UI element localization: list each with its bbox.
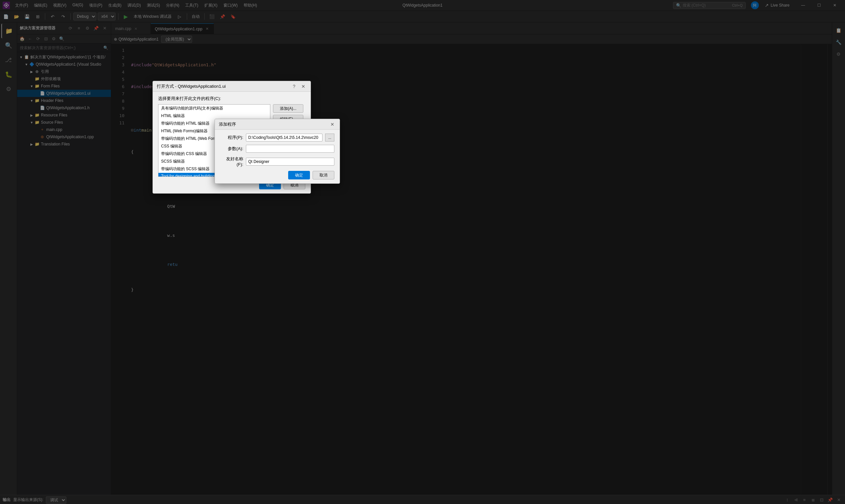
- open-with-dialog-header: 打开方式 - QtWidgetsApplication1.ui ? ✕: [153, 81, 311, 92]
- program-item-0[interactable]: 具有编码功能的源代码(文本)编辑器: [158, 105, 270, 112]
- browse-button[interactable]: ...: [325, 133, 334, 142]
- open-with-help-button[interactable]: ?: [291, 83, 297, 90]
- open-with-dialog-label: 选择要用来打开此文件的程序(C):: [158, 96, 305, 102]
- add-program-cancel-button[interactable]: 取消: [313, 171, 334, 179]
- program-path-row: 程序(P): ...: [220, 133, 334, 142]
- add-program-dialog-header: 添加程序 ✕: [215, 119, 340, 130]
- add-program-close-button[interactable]: ✕: [329, 121, 336, 128]
- name-row: 友好名称(F):: [220, 156, 334, 167]
- args-row: 参数(A):: [220, 145, 334, 153]
- add-program-dialog: 添加程序 ✕ 程序(P): ... 参数(A): 友好名称(F): 确定 取消: [214, 119, 340, 184]
- add-program-header-btns: ✕: [329, 121, 336, 128]
- add-program-btn-row: 确定 取消: [220, 171, 334, 179]
- add-program-button[interactable]: 添加(A)...: [273, 104, 303, 113]
- open-with-dialog-title: 打开方式 - QtWidgetsApplication1.ui: [157, 84, 226, 89]
- add-program-body: 程序(P): ... 参数(A): 友好名称(F): 确定 取消: [215, 130, 340, 183]
- friendly-name-label: 友好名称(F):: [220, 156, 243, 167]
- dialog-header-btns: ? ✕: [291, 83, 307, 90]
- friendly-name-input[interactable]: [246, 158, 334, 166]
- modal-overlay: [0, 0, 845, 504]
- program-path-input[interactable]: [246, 133, 322, 142]
- add-program-confirm-button[interactable]: 确定: [288, 171, 310, 179]
- open-with-close-button[interactable]: ✕: [300, 83, 307, 90]
- add-program-dialog-title: 添加程序: [219, 121, 236, 127]
- args-input[interactable]: [246, 145, 334, 153]
- program-path-label: 程序(P):: [220, 134, 243, 141]
- args-label: 参数(A):: [220, 146, 243, 152]
